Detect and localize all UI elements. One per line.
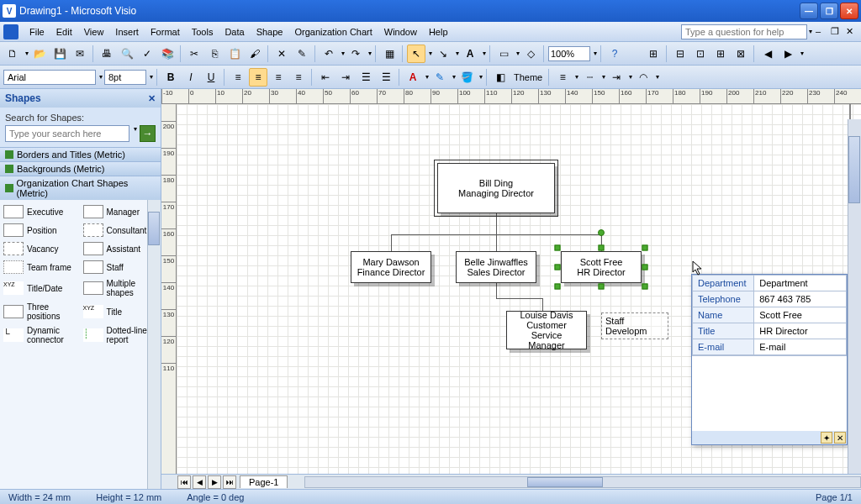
text-tool[interactable]: A	[461, 45, 479, 63]
shapes-scrollbar[interactable]	[147, 200, 161, 489]
redo-button[interactable]: ↷	[346, 45, 365, 63]
email-button[interactable]: ✉	[71, 45, 89, 63]
rectangle-tool[interactable]: ▭	[494, 45, 513, 63]
resize-handle[interactable]	[642, 245, 648, 251]
shape-data-value[interactable]: Scott Free	[754, 307, 847, 323]
align-left-button[interactable]: ≡	[229, 68, 247, 87]
org-horiz-button[interactable]: ⊟	[671, 45, 689, 63]
line-color-button[interactable]: ✎	[430, 68, 449, 87]
shape-vacancy[interactable]: Vacancy	[2, 240, 80, 257]
stencil-orgchart[interactable]: Organization Chart Shapes (Metric)	[0, 176, 161, 200]
line-ends-button[interactable]: ⇥	[607, 68, 626, 87]
rotate-handle[interactable]	[598, 229, 605, 236]
shape-data-define-icon[interactable]: ✦	[821, 432, 832, 444]
shape-data-value[interactable]: HR Director	[754, 323, 847, 339]
shape-data-value[interactable]: E-mail	[754, 339, 847, 355]
resize-handle[interactable]	[599, 245, 605, 251]
open-button[interactable]: 📂	[30, 45, 49, 63]
close-button[interactable]: ✕	[840, 3, 858, 19]
org-side2-button[interactable]: ⊠	[732, 45, 750, 63]
resize-handle[interactable]	[642, 284, 648, 290]
help-button[interactable]: ?	[605, 45, 624, 63]
save-button[interactable]: 💾	[50, 45, 69, 63]
drawing-surface[interactable]: Bill Ding Managing Director Mary Dawson …	[177, 104, 861, 474]
resize-handle[interactable]	[642, 265, 648, 270]
spell-button[interactable]: ✓	[138, 45, 156, 63]
shape-executive[interactable]: Executive	[2, 203, 80, 220]
stencil-borders[interactable]: Borders and Titles (Metric)	[0, 147, 161, 161]
shapes-button[interactable]: ▦	[380, 45, 399, 63]
bold-button[interactable]: B	[161, 68, 180, 87]
align-justify-button[interactable]: ≡	[289, 68, 308, 87]
print-button[interactable]: 🖶	[98, 45, 116, 63]
org-box-managing-director[interactable]: Bill Ding Managing Director	[437, 163, 555, 213]
shape-position[interactable]: Position	[2, 222, 80, 239]
font-select[interactable]	[3, 70, 96, 85]
indent-inc-button[interactable]: ⇥	[336, 68, 355, 87]
italic-button[interactable]: I	[182, 68, 200, 87]
org-side-button[interactable]: ⊞	[711, 45, 730, 63]
paste-button[interactable]: 📋	[225, 45, 244, 63]
menu-format[interactable]: Format	[145, 25, 186, 39]
help-search-input[interactable]	[681, 24, 807, 39]
menu-insert[interactable]: Insert	[109, 25, 145, 39]
line-pattern-button[interactable]: ┄	[580, 68, 599, 87]
org-box-staff-dev[interactable]: Staff Developm	[601, 312, 668, 339]
stencil-backgrounds[interactable]: Backgrounds (Metric)	[0, 161, 161, 176]
org-moveright-button[interactable]: ▶	[779, 45, 797, 63]
shapes-search-dropdown[interactable]: ▾	[132, 125, 137, 142]
indent-dec-button[interactable]: ⇤	[316, 68, 335, 87]
new-button[interactable]: 🗋	[3, 45, 22, 63]
bullets-button[interactable]: ☰	[357, 68, 375, 87]
theme-label[interactable]: Theme	[511, 72, 545, 82]
numbers-button[interactable]: ☰	[377, 68, 395, 87]
preview-button[interactable]: 🔍	[118, 45, 136, 63]
maximize-button[interactable]: ❐	[820, 3, 838, 19]
canvas-hscroll[interactable]	[304, 476, 861, 488]
org-relayout-button[interactable]: ⊞	[644, 45, 663, 63]
page-first[interactable]: ⏮	[177, 475, 191, 489]
page-tab-1[interactable]: Page-1	[240, 475, 288, 488]
connector-tool[interactable]: ↘	[434, 45, 452, 63]
align-right-button[interactable]: ≡	[269, 68, 288, 87]
shape-teamframe[interactable]: Team frame	[2, 259, 80, 276]
rounding-button[interactable]: ◠	[634, 68, 652, 87]
menu-data[interactable]: Data	[219, 25, 250, 39]
shapes-search-go[interactable]: →	[140, 125, 156, 142]
underline-button[interactable]: U	[202, 68, 220, 87]
resize-handle[interactable]	[555, 265, 561, 270]
shape-dynconn[interactable]: └Dynamic connector	[2, 324, 80, 346]
doc-close[interactable]: ✕	[846, 26, 858, 38]
research-button[interactable]: 📚	[158, 45, 177, 63]
copy-button[interactable]: ⎘	[205, 45, 224, 63]
shape-data-close-icon[interactable]: ✕	[834, 432, 846, 444]
shape-data-value[interactable]: Department	[754, 276, 847, 291]
resize-handle[interactable]	[599, 284, 605, 290]
line-weight-button[interactable]: ≡	[553, 68, 572, 87]
shape-titledate[interactable]: XYZTitle/Date	[2, 277, 80, 299]
menu-help[interactable]: Help	[423, 25, 454, 39]
page-last[interactable]: ⏭	[223, 475, 236, 489]
menu-shape[interactable]: Shape	[251, 25, 289, 39]
org-box-customer-service[interactable]: Louise Davis Customer Service Manager	[506, 311, 587, 349]
canvas-vscroll[interactable]	[848, 119, 861, 474]
size-select[interactable]	[104, 70, 146, 85]
menu-edit[interactable]: Edit	[50, 25, 78, 39]
doc-restore[interactable]: ❐	[831, 26, 843, 38]
help-search-dropdown[interactable]: ▾	[807, 28, 812, 35]
shapes-search-input[interactable]	[5, 125, 129, 142]
menu-tools[interactable]: Tools	[186, 25, 219, 39]
shape-tool[interactable]: ◇	[521, 45, 540, 63]
shape-data-value[interactable]: 867 463 785	[754, 291, 847, 307]
org-moveleft-button[interactable]: ◀	[758, 45, 777, 63]
doc-minimize[interactable]: –	[816, 26, 827, 38]
org-box-finance[interactable]: Mary Dawson Finance Director	[351, 251, 431, 283]
resize-handle[interactable]	[555, 245, 561, 251]
shape-threepos[interactable]: Three positions	[2, 301, 80, 323]
paint-button[interactable]: ✎	[293, 45, 311, 63]
minimize-button[interactable]: —	[800, 3, 818, 19]
pointer-tool[interactable]: ↖	[407, 45, 425, 63]
org-box-sales[interactable]: Belle Jinwaffles Sales Director	[456, 251, 536, 283]
font-color-button[interactable]: A	[404, 68, 422, 87]
format-painter-button[interactable]: 🖌	[246, 45, 264, 63]
